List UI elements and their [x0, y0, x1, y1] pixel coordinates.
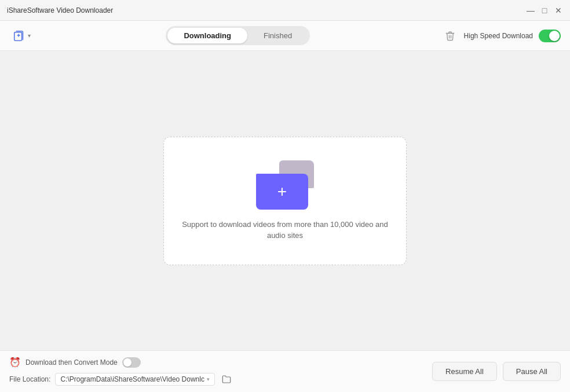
- tab-downloading[interactable]: Downloading: [167, 28, 247, 43]
- folder-icon-wrap: +: [256, 160, 314, 210]
- delete-button[interactable]: [442, 28, 458, 44]
- app-title: iShareSoftware Video Downloader: [7, 6, 526, 14]
- empty-state: + Support to download videos from more t…: [163, 137, 407, 265]
- footer-left: ⏰ Download then Convert Mode File Locati…: [9, 357, 432, 386]
- window-controls: — □ ✕: [526, 6, 563, 15]
- folder-front-icon: +: [256, 174, 308, 210]
- trash-icon: [445, 31, 455, 41]
- toolbar-right: High Speed Download: [442, 28, 561, 44]
- empty-state-text: Support to download videos from more tha…: [182, 219, 388, 241]
- add-download-button[interactable]: ▾: [9, 27, 34, 45]
- add-download-icon: [13, 30, 25, 42]
- maximize-button[interactable]: □: [540, 6, 549, 15]
- file-location-text: C:\ProgramData\iShareSoftware\Video Down…: [60, 375, 204, 383]
- close-button[interactable]: ✕: [554, 6, 563, 15]
- high-speed-label: High Speed Download: [464, 32, 533, 40]
- toolbar: ▾ Downloading Finished High Speed Downlo…: [0, 21, 570, 51]
- main-content: + Support to download videos from more t…: [0, 51, 570, 350]
- mode-label: Download then Convert Mode: [25, 358, 118, 367]
- tab-finished[interactable]: Finished: [247, 28, 308, 43]
- tab-pill: Downloading Finished: [166, 26, 310, 45]
- footer-right: Resume All Pause All: [432, 362, 561, 381]
- high-speed-toggle[interactable]: [539, 30, 561, 42]
- file-location-label: File Location:: [9, 375, 50, 383]
- folder-open-icon: [222, 375, 231, 384]
- pause-all-button[interactable]: Pause All: [503, 362, 561, 381]
- folder-plus-icon: +: [277, 184, 287, 200]
- file-location-chevron: ▾: [207, 376, 210, 382]
- resume-all-button[interactable]: Resume All: [432, 362, 497, 381]
- alarm-icon: ⏰: [9, 357, 21, 368]
- mode-row: ⏰ Download then Convert Mode: [9, 357, 432, 368]
- tab-switcher: Downloading Finished: [41, 26, 435, 45]
- footer: ⏰ Download then Convert Mode File Locati…: [0, 350, 570, 392]
- add-download-chevron: ▾: [28, 32, 31, 39]
- file-location-selector[interactable]: C:\ProgramData\iShareSoftware\Video Down…: [55, 373, 215, 386]
- svg-rect-0: [14, 32, 22, 41]
- title-bar: iShareSoftware Video Downloader — □ ✕: [0, 0, 570, 21]
- file-location-row: File Location: C:\ProgramData\iShareSoft…: [9, 372, 432, 386]
- open-folder-button[interactable]: [220, 372, 233, 386]
- mode-toggle[interactable]: [122, 357, 141, 368]
- minimize-button[interactable]: —: [526, 6, 535, 15]
